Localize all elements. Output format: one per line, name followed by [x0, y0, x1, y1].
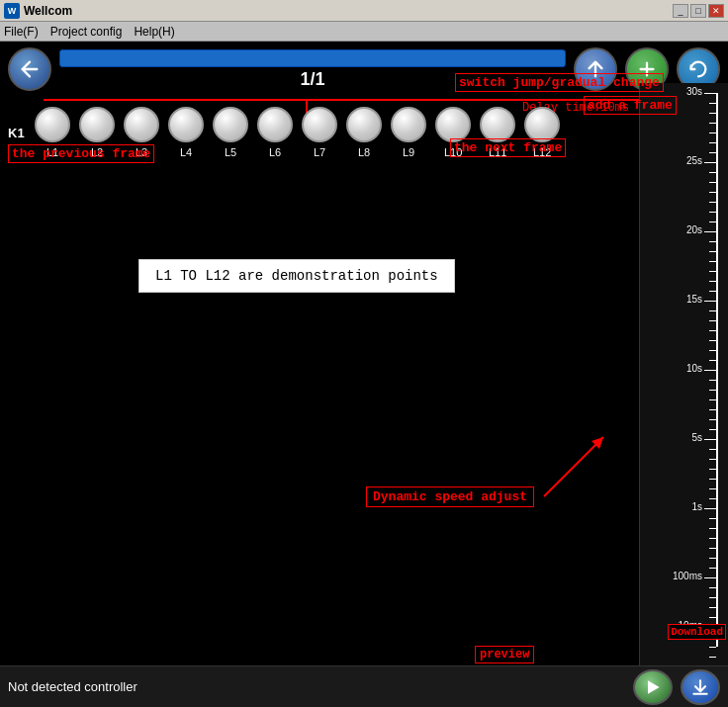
- light-col-l9[interactable]: L9: [387, 107, 431, 158]
- tick-minor: [709, 459, 716, 460]
- tick-minor: [709, 548, 716, 549]
- window-title: Wellcom: [24, 4, 72, 18]
- tick-label: 1s: [691, 501, 702, 512]
- tick-minor: [709, 657, 716, 658]
- tick-minor: [709, 488, 716, 489]
- tick-major: [704, 301, 716, 302]
- light-col-l11[interactable]: L11: [476, 107, 520, 158]
- light-circle-l5: [213, 107, 248, 142]
- ruler: 30s25s20s15s10s5s1s100ms10ms: [688, 93, 718, 647]
- tick-minor: [709, 261, 716, 262]
- prev-frame-button[interactable]: [8, 47, 51, 91]
- light-col-l3[interactable]: L3: [120, 107, 164, 158]
- tick-major: [704, 577, 716, 578]
- tick-label: 20s: [686, 224, 702, 235]
- minimize-button[interactable]: _: [673, 4, 688, 18]
- next-frame-button[interactable]: [574, 47, 617, 91]
- tick-minor: [709, 281, 716, 282]
- light-col-l4[interactable]: L4: [164, 107, 209, 158]
- light-col-l12[interactable]: L12: [520, 107, 565, 158]
- tick-minor: [709, 568, 716, 569]
- tick-minor: [709, 449, 716, 450]
- status-text: Not detected controller: [8, 679, 137, 694]
- progress-container: 1/1: [59, 49, 566, 90]
- download-button[interactable]: [681, 669, 720, 705]
- svg-line-0: [544, 437, 603, 496]
- tick-minor: [709, 587, 716, 588]
- light-col-l5[interactable]: L5: [209, 107, 253, 158]
- titlebar-controls: _ □ ✕: [673, 4, 724, 18]
- close-button[interactable]: ✕: [708, 4, 724, 18]
- tick-minor: [709, 182, 716, 183]
- speed-arrow-icon: [534, 427, 613, 506]
- light-label-l5: L5: [225, 146, 236, 158]
- tick-major: [704, 93, 716, 94]
- light-label-l12: L12: [533, 146, 551, 158]
- tick-label: 5s: [691, 432, 702, 443]
- light-col-l1[interactable]: L1: [31, 107, 75, 158]
- light-label-l10: L10: [444, 146, 462, 158]
- menu-project-config[interactable]: Project config: [50, 25, 123, 39]
- tick-minor: [709, 320, 716, 321]
- tick-minor: [709, 221, 716, 222]
- light-label-l7: L7: [314, 146, 325, 158]
- frame-counter: 1/1: [300, 69, 324, 90]
- progress-bar[interactable]: [59, 49, 566, 67]
- main-area: 1/1 Delay time:10ms switch jump/gradual …: [0, 42, 728, 707]
- light-circle-l3: [124, 107, 159, 142]
- download-label: Download: [668, 624, 726, 640]
- tick-minor: [709, 479, 716, 480]
- preview-annotation: preview: [475, 646, 534, 663]
- tick-minor: [709, 429, 716, 430]
- tick-minor: [709, 340, 716, 341]
- light-circle-l1: [35, 107, 70, 142]
- tick-minor: [709, 212, 716, 213]
- tick-minor: [709, 202, 716, 203]
- tick-minor: [709, 330, 716, 331]
- light-label-l2: L2: [91, 146, 103, 158]
- maximize-button[interactable]: □: [690, 4, 706, 18]
- channel-wrapper: K1 L1L2L3L4L5L6L7L8L9L10L11L12: [0, 99, 728, 162]
- light-col-l2[interactable]: L2: [75, 107, 120, 158]
- tick-major: [704, 162, 716, 163]
- tick-minor: [709, 310, 716, 311]
- tick-minor: [709, 647, 716, 648]
- svg-marker-1: [592, 437, 603, 449]
- tick-minor: [709, 607, 716, 608]
- light-col-l6[interactable]: L6: [253, 107, 298, 158]
- light-circle-l2: [79, 107, 115, 142]
- tick-minor: [709, 103, 716, 104]
- light-label-l11: L11: [489, 146, 506, 158]
- tick-minor: [709, 409, 716, 410]
- toolbar: 1/1: [0, 42, 728, 97]
- menu-help[interactable]: Help(H): [134, 25, 174, 39]
- tick-major: [704, 370, 716, 371]
- tick-minor: [709, 469, 716, 470]
- light-circle-l10: [435, 107, 471, 142]
- light-col-l10[interactable]: L10: [431, 107, 476, 158]
- play-button[interactable]: [633, 669, 673, 705]
- title-bar: W Wellcom _ □ ✕: [0, 0, 728, 22]
- bottom-right-controls: [633, 669, 720, 705]
- tick-minor: [709, 152, 716, 153]
- tick-label: 100ms: [673, 571, 702, 581]
- tick-minor: [709, 538, 716, 539]
- tick-minor: [709, 271, 716, 272]
- title-bar-left: W Wellcom: [4, 3, 72, 19]
- light-col-l7[interactable]: L7: [298, 107, 342, 158]
- light-label-l6: L6: [269, 146, 281, 158]
- app-icon: W: [4, 3, 20, 19]
- tick-minor: [709, 617, 716, 618]
- tick-minor: [709, 360, 716, 361]
- tick-minor: [709, 251, 716, 252]
- tick-minor: [709, 241, 716, 242]
- tick-minor: [709, 558, 716, 559]
- menu-file[interactable]: File(F): [4, 25, 39, 39]
- lights-container: L1L2L3L4L5L6L7L8L9L10L11L12: [31, 107, 720, 158]
- tick-minor: [709, 350, 716, 351]
- light-col-l8[interactable]: L8: [342, 107, 387, 158]
- tick-label: 30s: [686, 86, 702, 97]
- tick-minor: [709, 498, 716, 499]
- tick-major: [704, 231, 716, 232]
- light-label-l3: L3: [136, 146, 147, 158]
